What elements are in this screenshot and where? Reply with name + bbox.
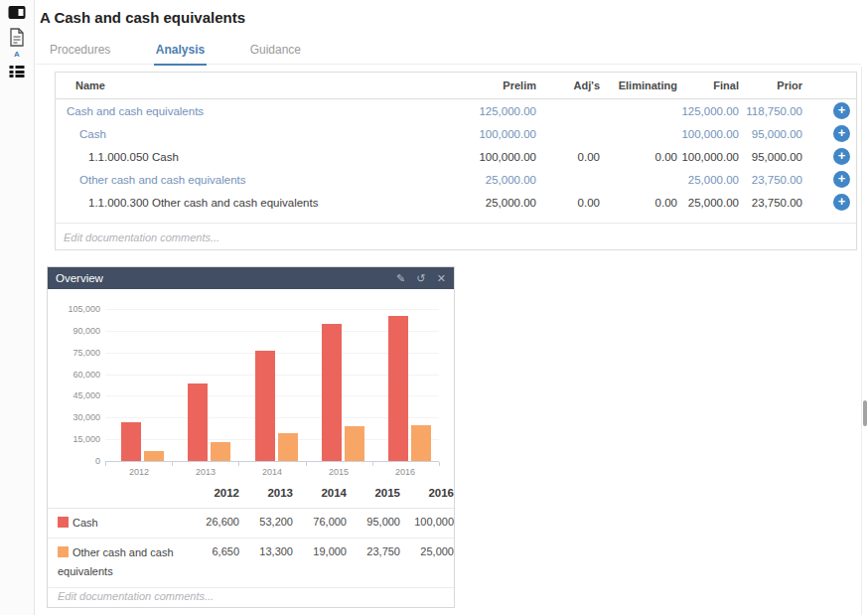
add-adjustment-button[interactable]	[833, 125, 850, 142]
bar-other-2013	[211, 442, 230, 461]
x-axis-category-label: 2012	[109, 467, 169, 477]
bar-cash-2016	[388, 316, 408, 461]
documentation-comment-field[interactable]: Edit documentation comments...	[48, 586, 454, 607]
x-axis-category-label: 2015	[309, 467, 368, 477]
legend-swatch-cash	[58, 517, 69, 528]
cell-prelim: 100,000.00	[445, 151, 536, 163]
table-row: 1.1.000.300 Other cash and cash equivale…	[56, 191, 856, 214]
legend-corner-cell	[48, 478, 186, 508]
y-axis-label: 45,000	[48, 390, 100, 400]
x-axis-category-label: 2016	[375, 467, 435, 477]
legend-value-cell: 76,000	[293, 508, 347, 538]
legend-value-cell: 26,600	[186, 508, 239, 538]
tab-guidance[interactable]: Guidance	[248, 39, 303, 64]
close-icon[interactable]: ✕	[437, 272, 446, 284]
edit-icon[interactable]: ✎	[396, 272, 405, 284]
history-icon[interactable]: ↺	[416, 272, 425, 284]
annotation-a-label: A	[8, 50, 26, 59]
add-adjustment-button[interactable]	[833, 148, 850, 165]
legend-series-row: Other cash and cash equivalents6,65013,3…	[48, 538, 454, 587]
legend-year-header: 2014	[293, 478, 347, 508]
table-row: Cash and cash equivalents125,000.00125,0…	[56, 99, 856, 122]
tab-procedures[interactable]: Procedures	[48, 39, 112, 64]
document-icon	[9, 28, 25, 47]
table-row: Cash100,000.00100,000.0095,000.00	[56, 122, 856, 145]
cell-prelim: 25,000.00	[445, 197, 536, 209]
legend-swatch-other	[58, 546, 69, 557]
row-actions	[802, 194, 856, 211]
cell-final: 25,000.00	[677, 197, 739, 209]
row-actions	[802, 125, 856, 142]
cell-prior: 23,750.00	[739, 174, 802, 186]
cell-prior: 95,000.00	[739, 128, 802, 140]
legend-series-row: Cash26,60053,20076,00095,000100,000	[48, 508, 454, 538]
legend-series-name: Cash	[48, 508, 186, 538]
y-axis-label: 75,000	[48, 348, 100, 358]
table-row: Other cash and cash equivalents25,000.00…	[56, 168, 856, 191]
legend-year-header: 2012	[186, 478, 239, 508]
document-annotate-icon[interactable]: A	[8, 28, 26, 58]
bar-other-2014	[278, 433, 298, 461]
add-adjustment-button[interactable]	[833, 194, 850, 211]
add-adjustment-button[interactable]	[833, 102, 850, 119]
overview-toolbar: ✎ ↺ ✕	[388, 272, 446, 284]
row-name: 1.1.000.300 Other cash and cash equivale…	[56, 197, 445, 209]
cell-final: 100,000.00	[677, 128, 739, 140]
bar-cash-2014	[255, 351, 275, 461]
x-axis-category-label: 2014	[242, 467, 302, 477]
cell-final: 100,000.00	[677, 151, 739, 163]
row-name[interactable]: Cash	[56, 128, 445, 140]
cell-adjs: 0.00	[536, 197, 600, 209]
scrollbar-thumb[interactable]	[863, 400, 867, 426]
legend-value-cell: 53,200	[239, 508, 293, 538]
legend-value-cell: 19,000	[293, 538, 347, 587]
x-axis-tick	[372, 462, 373, 466]
bar-chart: 015,00030,00045,00060,00075,00090,000105…	[48, 289, 454, 478]
legend-value-cell: 13,300	[239, 538, 293, 587]
chart-legend-table: 20122013201420152016Cash26,60053,20076,0…	[48, 478, 454, 588]
cell-prior: 23,750.00	[739, 197, 802, 209]
bar-other-2015	[345, 426, 364, 461]
tab-analysis[interactable]: Analysis	[154, 39, 207, 66]
y-axis-label: 15,000	[48, 434, 100, 444]
legend-year-header: 2013	[239, 478, 293, 508]
overview-panel-title: Overview	[56, 272, 388, 284]
cell-prior: 118,750.00	[739, 105, 802, 117]
y-axis-label: 90,000	[48, 326, 100, 336]
cell-final: 125,000.00	[677, 105, 739, 117]
documentation-comment-field[interactable]: Edit documentation comments...	[56, 223, 856, 250]
column-header-final: Final	[677, 79, 739, 91]
overview-panel-header: Overview ✎ ↺ ✕	[48, 267, 454, 289]
row-actions	[802, 148, 856, 165]
add-adjustment-button[interactable]	[833, 171, 850, 188]
x-axis-tick	[306, 462, 307, 466]
table-header-row: Name Prelim Adj's Eliminating Final Prio…	[56, 73, 856, 99]
cell-prelim: 100,000.00	[445, 128, 536, 140]
row-actions	[802, 171, 856, 188]
vertical-scrollbar[interactable]	[861, 67, 868, 615]
y-axis-label: 0	[48, 456, 100, 466]
legend-value-cell: 23,750	[347, 538, 400, 587]
legend-year-header: 2015	[347, 478, 400, 508]
column-header-prelim: Prelim	[445, 79, 536, 91]
x-axis-line	[105, 461, 439, 462]
x-axis-tick	[238, 462, 239, 466]
binder-icon[interactable]	[9, 6, 26, 19]
cell-final: 25,000.00	[677, 174, 739, 186]
column-header-prior: Prior	[739, 79, 802, 91]
list-view-icon[interactable]	[10, 66, 25, 77]
row-actions	[802, 102, 856, 119]
cell-eliminating: 0.00	[600, 151, 677, 163]
tab-bar: Procedures Analysis Guidance	[36, 39, 861, 65]
row-name[interactable]: Other cash and cash equivalents	[56, 174, 445, 186]
y-axis-label: 60,000	[48, 370, 100, 380]
row-name[interactable]: Cash and cash equivalents	[56, 105, 445, 117]
legend-value-cell: 25,000	[400, 538, 454, 587]
y-axis-label: 30,000	[48, 412, 100, 422]
legend-series-name: Other cash and cash equivalents	[48, 538, 186, 587]
column-header-eliminating: Eliminating	[600, 79, 677, 91]
x-axis-tick	[105, 462, 106, 466]
bar-cash-2015	[322, 324, 342, 461]
cell-prelim: 125,000.00	[445, 105, 536, 117]
table-row: 1.1.000.050 Cash100,000.000.000.00100,00…	[56, 145, 856, 168]
